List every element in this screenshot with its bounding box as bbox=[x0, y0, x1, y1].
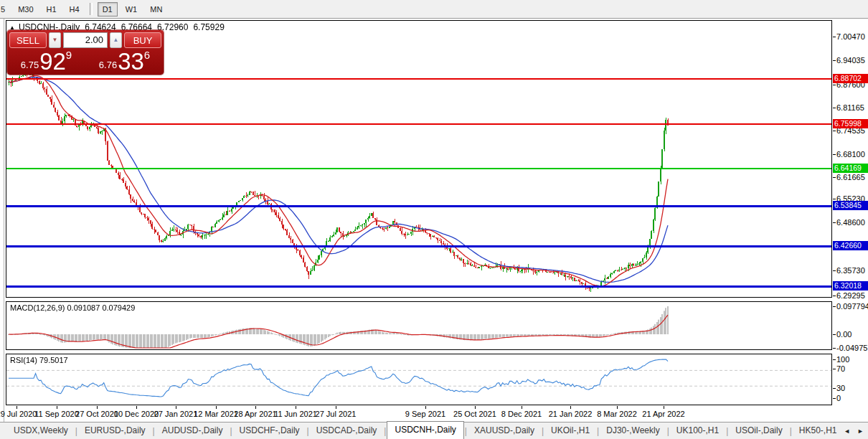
timeframe-button-h1[interactable]: H1 bbox=[42, 2, 62, 16]
tab-usdchf-daily[interactable]: USDCHF-,Daily bbox=[233, 423, 306, 439]
date-tick-mark bbox=[57, 406, 57, 409]
axis-tick-mark bbox=[833, 270, 836, 271]
timeframe-button-h4[interactable]: H4 bbox=[65, 2, 85, 16]
timeframe-button-m30[interactable]: M30 bbox=[13, 2, 38, 16]
axis-tick-mark bbox=[833, 334, 836, 335]
date-tick-mark bbox=[255, 406, 256, 409]
timeframe-button-d1[interactable]: D1 bbox=[98, 2, 118, 16]
tab-ukoil-h1[interactable]: UKOil-,H1 bbox=[544, 423, 596, 439]
sell-button[interactable]: SELL bbox=[9, 32, 47, 48]
rsi-indicator-panel bbox=[6, 354, 832, 405]
horizontal-level-line[interactable] bbox=[6, 285, 831, 288]
volume-input[interactable]: 2.00 bbox=[63, 32, 108, 48]
horizontal-level-line[interactable] bbox=[6, 78, 831, 80]
axis-tick-mark bbox=[833, 222, 836, 223]
ohlc-close: 6.75929 bbox=[193, 22, 224, 32]
date-tick-label: 25 Oct 2021 bbox=[453, 410, 496, 418]
axis-tick-mark bbox=[833, 398, 836, 399]
date-tick-label: 27 Jul 2021 bbox=[316, 410, 357, 418]
date-tick-mark bbox=[136, 406, 137, 409]
axis-tick-mark bbox=[833, 37, 836, 37]
axis-tick-label: 70 bbox=[836, 364, 845, 373]
axis-tick-label: 6.29295 bbox=[836, 291, 865, 300]
sell-price-pip: 9 bbox=[66, 49, 72, 61]
date-tick-label: 11 Sep 2020 bbox=[34, 410, 79, 418]
axis-tick-label: 0 bbox=[836, 394, 841, 402]
tab-usoil-daily[interactable]: USOil-,Daily bbox=[729, 423, 788, 439]
price-level-badge: 6.64169 bbox=[833, 164, 868, 173]
rsi-canvas[interactable] bbox=[6, 354, 831, 405]
tab-separator: | bbox=[307, 426, 309, 436]
axis-tick-mark bbox=[833, 85, 836, 85]
axis-tick-mark bbox=[833, 359, 836, 360]
tab-usdx-weekly[interactable]: USDX,Weekly bbox=[7, 423, 75, 439]
date-tick-label: 21 Apr 2022 bbox=[642, 410, 684, 418]
buy-price-big: 33 bbox=[118, 51, 144, 72]
axis-tick-mark bbox=[833, 369, 836, 369]
date-tick-mark bbox=[425, 406, 426, 409]
tab-hk50-h1[interactable]: HK50-,H1 bbox=[793, 423, 844, 439]
volume-decrease-button[interactable]: ▼ bbox=[49, 32, 61, 48]
tab-separator: | bbox=[75, 426, 77, 436]
tab-uk100-h1[interactable]: UK100-,H1 bbox=[670, 423, 725, 439]
price-level-badge: 6.42660 bbox=[833, 241, 868, 250]
axis-tick-label: 6.81165 bbox=[836, 103, 864, 112]
axis-tick-mark bbox=[833, 388, 836, 389]
spin-up-icon: ▲ bbox=[113, 37, 119, 43]
volume-increase-button[interactable]: ▲ bbox=[110, 32, 122, 48]
date-tick-label: 12 Mar 2021 bbox=[194, 410, 238, 418]
tab-scroll-arrows: ◄► bbox=[844, 428, 868, 435]
date-tick-label: 29 Jul 2020 bbox=[0, 410, 37, 418]
date-tick-label: 27 Jan 2021 bbox=[154, 410, 198, 418]
date-tick-label: 11 Jun 2021 bbox=[274, 410, 317, 418]
horizontal-level-line[interactable] bbox=[6, 205, 831, 207]
tab-separator: | bbox=[384, 426, 386, 436]
date-tick-label: 10 Dec 2020 bbox=[114, 410, 159, 418]
sell-price-display[interactable]: 6.75929 bbox=[7, 48, 85, 74]
date-tick-label: 27 Oct 2020 bbox=[75, 410, 118, 418]
rsi-label: RSI(14) 79.5017 bbox=[10, 356, 68, 364]
date-tick-mark bbox=[664, 406, 664, 409]
timeframe-button-w1[interactable]: W1 bbox=[121, 2, 143, 16]
tab-usdcnh-daily[interactable]: USDCNH-,Daily bbox=[387, 421, 463, 439]
timeframe-button-partial[interactable]: 5 bbox=[0, 2, 10, 16]
axis-tick-mark bbox=[833, 296, 836, 296]
axis-tick-label: 0.097794 bbox=[836, 302, 868, 311]
buy-price-display[interactable]: 6.76336 bbox=[85, 48, 164, 74]
tab-eurusd-daily[interactable]: EURUSD-,Daily bbox=[78, 423, 152, 439]
one-click-trading-panel: SELL ▼ 2.00 ▲ BUY 6.75929 6.76336 bbox=[7, 30, 164, 75]
axis-tick-mark bbox=[833, 306, 836, 307]
timeframe-button-mn[interactable]: MN bbox=[145, 2, 167, 16]
date-tick-label: 8 Mar 2022 bbox=[597, 410, 637, 418]
tab-scroll-right-icon[interactable]: ► bbox=[857, 428, 864, 435]
axis-tick-label: 100 bbox=[836, 355, 849, 364]
tab-separator: | bbox=[597, 426, 599, 436]
axis-tick-label: 30 bbox=[836, 384, 845, 392]
date-tick-mark bbox=[216, 406, 217, 409]
axis-tick-mark bbox=[833, 348, 836, 349]
price-level-badge: 6.53845 bbox=[833, 201, 868, 210]
axis-tick-label: 0.00 bbox=[836, 330, 852, 339]
axis-tick-label: -0.049757 bbox=[836, 344, 868, 352]
tab-audusd-daily[interactable]: AUDUSD-,Daily bbox=[156, 423, 230, 439]
horizontal-level-line[interactable] bbox=[6, 168, 831, 169]
tab-separator: | bbox=[230, 426, 232, 436]
date-tick-mark bbox=[570, 406, 571, 409]
sell-price-big: 92 bbox=[39, 51, 66, 72]
axis-tick-label: 6.48600 bbox=[836, 218, 865, 227]
buy-button[interactable]: BUY bbox=[124, 32, 161, 48]
price-level-badge: 6.88702 bbox=[833, 74, 868, 83]
date-tick-label: 28 Apr 2021 bbox=[234, 410, 276, 418]
tab-dj30-weekly[interactable]: DJ30-,Weekly bbox=[600, 423, 666, 439]
tab-usdcad-daily[interactable]: USDCAD-,Daily bbox=[310, 423, 384, 439]
tab-xauusd-daily[interactable]: XAUUSD-,Daily bbox=[468, 423, 541, 439]
axis-tick-label: 6.94035 bbox=[836, 56, 865, 65]
symbol-tab-bar: USDX,Weekly|EURUSD-,Daily|AUDUSD-,Daily|… bbox=[0, 422, 868, 439]
window-frame-left bbox=[4, 19, 4, 422]
date-tick-label: 21 Jan 2022 bbox=[549, 410, 593, 418]
tab-scroll-left-icon[interactable]: ◄ bbox=[844, 428, 850, 435]
horizontal-level-line[interactable] bbox=[6, 123, 831, 125]
tab-separator: | bbox=[542, 426, 544, 436]
buy-price-pip: 6 bbox=[144, 49, 150, 61]
horizontal-level-line[interactable] bbox=[6, 245, 831, 247]
